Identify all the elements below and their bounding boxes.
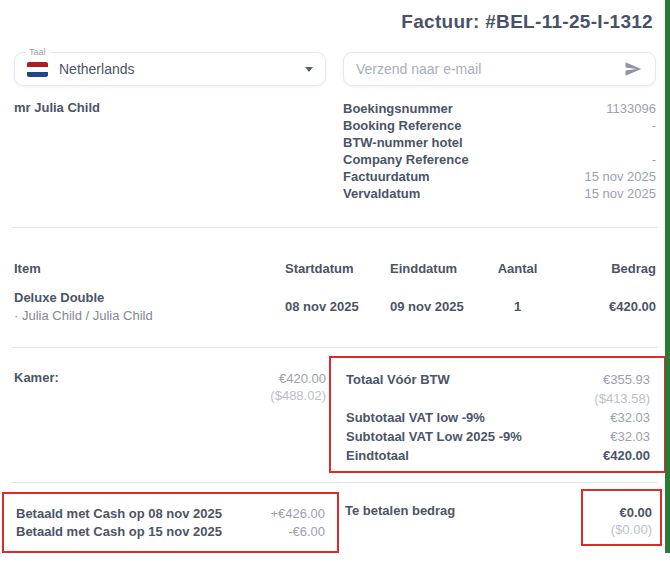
total-label: Subtotaal VAT low -9%	[346, 408, 485, 427]
booking-label: Vervaldatum	[343, 186, 420, 201]
total-value: €32.03	[610, 408, 650, 427]
item-guests: · Julia Child / Julia Child	[14, 308, 153, 323]
payment-label: Betaald met Cash op 08 nov 2025	[16, 505, 222, 523]
total-row: Eindtotaal €420.00	[346, 446, 650, 465]
col-header-bedrag: Bedrag	[611, 261, 656, 276]
page-title: Factuur: #BEL-11-25-I-1312	[401, 11, 653, 33]
item-start-date: 08 nov 2025	[285, 299, 359, 314]
total-value: €32.03	[610, 427, 650, 446]
kamer-amount-usd: ($488.02)	[270, 387, 326, 404]
chevron-down-icon	[305, 67, 313, 72]
email-input[interactable]	[356, 61, 615, 77]
payment-value: -€6.00	[288, 523, 325, 541]
send-icon	[623, 60, 643, 78]
payment-label: Betaald met Cash op 15 nov 2025	[16, 523, 222, 541]
total-label: Totaal Vóór BTW	[346, 370, 450, 389]
booking-value: 15 nov 2025	[584, 169, 656, 184]
items-table-header: Item Startdatum Einddatum Aantal Bedrag	[14, 261, 656, 279]
total-value: €355.93	[603, 370, 650, 389]
booking-label: BTW-nummer hotel	[343, 135, 463, 150]
language-select-value: Netherlands	[59, 61, 135, 77]
col-header-aantal: Aantal	[495, 261, 540, 276]
payment-value: +€426.00	[270, 505, 325, 523]
booking-label: Company Reference	[343, 152, 469, 167]
guest-name: mr Julia Child	[14, 100, 100, 115]
booking-row: Boekingsnummer 1133096	[343, 100, 656, 117]
balance-value-usd: ($0.00)	[583, 521, 652, 538]
total-label: Subtotaal VAT Low 2025 -9%	[346, 427, 522, 446]
booking-row: Factuurdatum 15 nov 2025	[343, 168, 656, 185]
send-email-button[interactable]	[623, 60, 643, 78]
total-row: Subtotaal VAT low -9% €32.03	[346, 408, 650, 427]
item-name: Deluxe Double	[14, 290, 104, 305]
payment-row: Betaald met Cash op 08 nov 2025 +€426.00	[16, 505, 325, 523]
kamer-values: €420.00 ($488.02)	[270, 370, 326, 404]
col-header-einddatum: Einddatum	[390, 261, 457, 276]
table-row: Deluxe Double · Julia Child / Julia Chil…	[14, 290, 656, 328]
booking-value: -	[652, 152, 656, 167]
booking-value: 1133096	[606, 101, 656, 116]
booking-row: Company Reference -	[343, 151, 656, 168]
total-label: Eindtotaal	[346, 446, 409, 465]
section-divider	[12, 227, 658, 228]
section-divider	[12, 347, 658, 348]
payments-annotation-box: Betaald met Cash op 08 nov 2025 +€426.00…	[2, 492, 339, 553]
booking-value: -	[652, 118, 656, 133]
totals-annotation-box: Totaal Vóór BTW €355.93 ($413.58) Subtot…	[329, 356, 666, 473]
col-header-item: Item	[14, 261, 41, 276]
booking-row: Vervaldatum 15 nov 2025	[343, 185, 656, 202]
flag-stripe-blue	[27, 72, 48, 77]
item-end-date: 09 nov 2025	[390, 299, 464, 314]
total-row: Subtotaal VAT Low 2025 -9% €32.03	[346, 427, 650, 446]
payment-row: Betaald met Cash op 15 nov 2025 -€6.00	[16, 523, 325, 541]
balance-annotation-box: €0.00 ($0.00)	[581, 489, 662, 546]
balance-due-label: Te betalen bedrag	[345, 503, 455, 518]
kamer-amount-eur: €420.00	[270, 370, 326, 387]
invoice-page: Factuur: #BEL-11-25-I-1312 Taal Netherla…	[0, 0, 670, 564]
booking-row: Booking Reference -	[343, 117, 656, 134]
grand-total-value: €420.00	[603, 446, 650, 465]
item-quantity: 1	[495, 299, 540, 314]
total-row: Totaal Vóór BTW €355.93	[346, 370, 650, 389]
kamer-subtotal: Kamer: €420.00 ($488.02)	[14, 370, 326, 404]
item-amount: €420.00	[609, 299, 656, 314]
balance-value-eur: €0.00	[583, 504, 652, 521]
total-row-usd: ($413.58)	[346, 389, 650, 408]
kamer-label: Kamer:	[14, 370, 59, 404]
booking-details: Boekingsnummer 1133096 Booking Reference…	[343, 100, 656, 202]
netherlands-flag-icon	[27, 62, 48, 77]
total-value-usd: ($413.58)	[594, 389, 650, 408]
section-divider	[12, 482, 658, 483]
green-edge-bar	[665, 0, 670, 553]
email-send-field	[343, 52, 656, 86]
booking-value: 15 nov 2025	[584, 186, 656, 201]
booking-row: BTW-nummer hotel	[343, 134, 656, 151]
booking-label: Boekingsnummer	[343, 101, 453, 116]
language-select-label: Taal	[25, 47, 50, 57]
col-header-startdatum: Startdatum	[285, 261, 354, 276]
language-select[interactable]: Taal Netherlands	[14, 52, 326, 86]
booking-label: Booking Reference	[343, 118, 461, 133]
booking-label: Factuurdatum	[343, 169, 430, 184]
